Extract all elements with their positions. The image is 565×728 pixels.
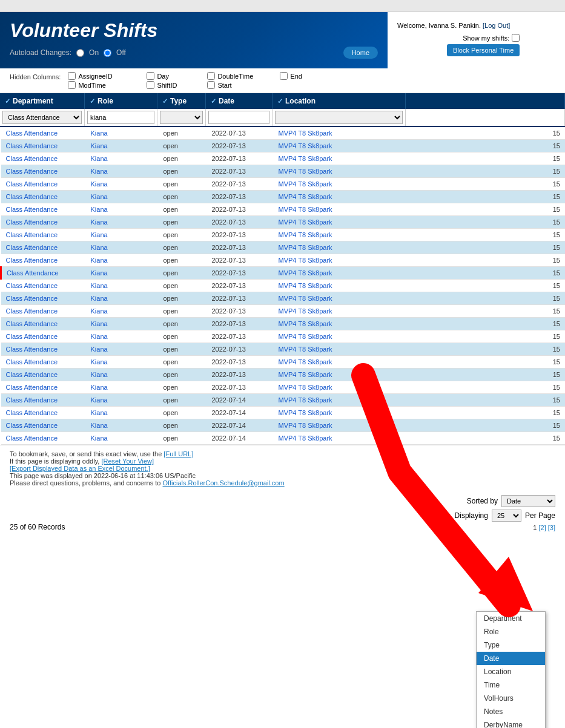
cell-loc: MVP4 T8 Sk8park [274,229,407,241]
dd-volhours[interactable]: VolHours [477,692,545,705]
dd-time[interactable]: Time [477,678,545,692]
cell-role: Kiana [86,419,159,432]
filter-date-input[interactable] [208,111,269,124]
dd-notes[interactable]: Notes [477,705,545,718]
assigneeid-checkbox[interactable] [68,72,76,80]
autoload-on-radio[interactable] [76,49,84,57]
table-row[interactable]: Class AttendanceKianaopen2022-07-13MVP4 … [1,191,566,203]
table-row[interactable]: Class AttendanceKianaopen2022-07-13MVP4 … [1,267,566,280]
start-checkbox[interactable] [207,81,215,89]
table-row[interactable]: Class AttendanceKianaopen2022-07-13MVP4 … [1,280,566,292]
table-row[interactable]: Class AttendanceKianaopen2022-07-13MVP4 … [1,127,566,140]
dd-date[interactable]: Date [477,652,545,665]
table-row[interactable]: Class AttendanceKianaopen2022-07-13MVP4 … [1,343,566,356]
cell-role: Kiana [86,241,159,254]
table-row[interactable]: Class AttendanceKianaopen2022-07-13MVP4 … [1,318,566,330]
dd-role[interactable]: Role [477,625,545,638]
cell-loc: MVP4 T8 Sk8park [274,343,407,356]
cell-loc: MVP4 T8 Sk8park [274,254,407,267]
cell-dept: Class Attendance [1,318,86,330]
table-row[interactable]: Class AttendanceKianaopen2022-07-13MVP4 … [1,140,566,152]
cb-modtime[interactable]: ModTime [68,81,147,89]
end-checkbox[interactable] [280,72,288,80]
cell-date: 2022-07-13 [207,241,274,254]
cell-date: 2022-07-13 [207,305,274,318]
filter-type-select[interactable] [160,111,203,124]
cell-dept: Class Attendance [1,369,86,381]
th-date-label: Date [219,97,234,105]
filter-role-input[interactable] [87,111,154,124]
cb-end[interactable]: End [280,72,340,80]
cell-role: Kiana [86,178,159,191]
cell-type: open [159,318,207,330]
cell-role: Kiana [86,165,159,178]
table-row[interactable]: Class AttendanceKianaopen2022-07-13MVP4 … [1,152,566,165]
cb-assigneeid[interactable]: AssigneeID [68,72,147,80]
export-link[interactable]: [Export Displayed Data as an Excel Docum… [10,465,150,472]
cell-dept: Class Attendance [1,203,86,216]
cb-shiftid[interactable]: ShiftID [147,81,207,89]
table-row[interactable]: Class AttendanceKianaopen2022-07-13MVP4 … [1,203,566,216]
cell-role: Kiana [86,254,159,267]
cell-num: 15 [407,280,566,292]
dd-derbyname[interactable]: DerbyName [477,718,545,728]
page-3-link[interactable]: [3] [548,524,555,531]
full-url-link[interactable]: [Full URL] [164,450,193,457]
dd-location[interactable]: Location [477,665,545,678]
cb-start[interactable]: Start [207,81,280,89]
home-button[interactable]: Home [343,47,378,59]
cell-num: 15 [407,318,566,330]
cell-dept: Class Attendance [1,165,86,178]
cell-num: 15 [407,203,566,216]
cell-num: 15 [407,178,566,191]
cell-role: Kiana [86,216,159,229]
table-row[interactable]: Class AttendanceKianaopen2022-07-13MVP4 … [1,216,566,229]
cell-role: Kiana [86,127,159,140]
cell-role: Kiana [86,356,159,369]
show-my-shifts-checkbox[interactable] [512,34,520,42]
cell-num: 15 [407,254,566,267]
sort-dropdown[interactable]: Department Role Type Date Location Time … [476,611,546,728]
th-check-role: ✓ [90,97,95,105]
cell-role: Kiana [86,292,159,305]
table-row[interactable]: Class AttendanceKianaopen2022-07-13MVP4 … [1,254,566,267]
hidden-columns-label: Hidden Columns: [10,73,61,80]
cell-date: 2022-07-13 [207,127,274,140]
cell-dept: Class Attendance [1,280,86,292]
cell-date: 2022-07-13 [207,381,274,394]
cell-dept: Class Attendance [1,191,86,203]
email-link[interactable]: Officials.RollerCon.Schedule@gmail.com [163,479,285,487]
modtime-checkbox[interactable] [68,81,76,89]
reset-view-link[interactable]: [Reset Your View] [101,457,154,465]
cell-dept: Class Attendance [1,381,86,394]
cell-role: Kiana [86,140,159,152]
filter-dept-select[interactable]: Class Attendance [2,111,82,124]
table-row[interactable]: Class AttendanceKianaopen2022-07-13MVP4 … [1,241,566,254]
cb-doubletime[interactable]: DoubleTime [207,72,280,80]
filter-loc-cell [273,109,406,126]
page-title: Volunteer Shifts [10,19,378,42]
cell-num: 15 [407,305,566,318]
cell-type: open [159,407,207,419]
autoload-off-radio[interactable] [104,49,111,57]
table-row[interactable]: Class AttendanceKianaopen2022-07-13MVP4 … [1,165,566,178]
cb-day[interactable]: Day [147,72,207,80]
cell-num: 15 [407,165,566,178]
cell-role: Kiana [86,191,159,203]
table-row[interactable]: Class AttendanceKianaopen2022-07-13MVP4 … [1,305,566,318]
table-row[interactable]: Class AttendanceKianaopen2022-07-13MVP4 … [1,229,566,241]
cell-dept: Class Attendance [1,127,86,140]
block-personal-time-button[interactable]: Block Personal Time [447,44,520,56]
cell-role: Kiana [86,369,159,381]
logout-link[interactable]: [Log Out] [483,22,510,29]
filter-loc-select[interactable] [275,111,403,124]
table-row[interactable]: Class AttendanceKianaopen2022-07-13MVP4 … [1,330,566,343]
table-row[interactable]: Class AttendanceKianaopen2022-07-13MVP4 … [1,178,566,191]
doubletime-checkbox[interactable] [207,72,215,80]
records-label: 25 of 60 Records [10,523,65,531]
shiftid-checkbox[interactable] [147,81,154,89]
day-checkbox[interactable] [147,72,154,80]
dd-type[interactable]: Type [477,638,545,652]
table-row[interactable]: Class AttendanceKianaopen2022-07-13MVP4 … [1,292,566,305]
th-check-type: ✓ [162,97,168,105]
